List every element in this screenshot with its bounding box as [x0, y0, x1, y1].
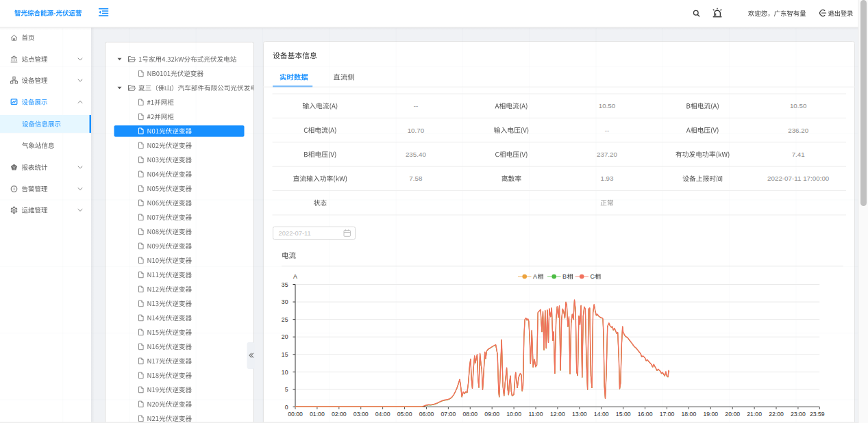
svg-text:11:00: 11:00	[528, 411, 543, 418]
svg-text:20:00: 20:00	[725, 411, 740, 418]
svg-text:20: 20	[282, 333, 288, 340]
svg-text:2022-07-11: 2022-07-11	[279, 229, 311, 237]
svg-text:7.58: 7.58	[409, 175, 423, 182]
svg-text:7.41: 7.41	[792, 151, 805, 158]
svg-text:18:00: 18:00	[682, 411, 697, 418]
svg-text:--: --	[414, 102, 419, 110]
svg-text:30: 30	[282, 298, 288, 305]
svg-text:A: A	[533, 273, 537, 280]
svg-text:B: B	[562, 273, 567, 280]
svg-text:08:00: 08:00	[462, 411, 478, 418]
svg-text:21:00: 21:00	[747, 411, 762, 418]
svg-text:25: 25	[282, 316, 288, 323]
svg-text:2022-07-11 17:00:00: 2022-07-11 17:00:00	[767, 175, 830, 182]
svg-text:235.40: 235.40	[406, 151, 427, 158]
svg-text:13:00: 13:00	[572, 411, 587, 418]
svg-text:07:00: 07:00	[441, 411, 456, 418]
svg-text:23:59: 23:59	[810, 411, 825, 418]
svg-text:15: 15	[282, 351, 288, 358]
svg-text:15:00: 15:00	[616, 411, 631, 418]
svg-text:09:00: 09:00	[484, 411, 499, 418]
svg-text:22:00: 22:00	[769, 411, 784, 418]
svg-text:10.50: 10.50	[599, 102, 616, 110]
svg-text:236.20: 236.20	[788, 127, 809, 134]
svg-text:06:00: 06:00	[419, 411, 434, 418]
svg-text:A: A	[293, 273, 297, 280]
svg-text:00:00: 00:00	[288, 411, 303, 418]
svg-text:10.70: 10.70	[408, 127, 425, 134]
svg-text:17:00: 17:00	[660, 411, 675, 418]
svg-text:1.93: 1.93	[600, 175, 614, 182]
svg-text:03:00: 03:00	[354, 411, 369, 418]
svg-text:19:00: 19:00	[703, 411, 718, 418]
svg-text:01:00: 01:00	[310, 411, 325, 418]
svg-text:02:00: 02:00	[332, 411, 347, 418]
svg-text:05:00: 05:00	[397, 411, 412, 418]
svg-text:5: 5	[285, 386, 288, 393]
svg-text:C: C	[591, 273, 595, 280]
svg-text:237.20: 237.20	[597, 151, 618, 158]
svg-text:16:00: 16:00	[638, 411, 653, 418]
svg-text:10:00: 10:00	[506, 411, 521, 418]
svg-text:10: 10	[282, 369, 288, 376]
svg-text:12:00: 12:00	[550, 411, 565, 418]
svg-text:0: 0	[285, 404, 288, 411]
svg-text:14:00: 14:00	[594, 411, 609, 418]
svg-text:35: 35	[282, 281, 288, 288]
svg-text:23:00: 23:00	[791, 411, 806, 418]
svg-text:04:00: 04:00	[375, 411, 390, 418]
svg-text:10.50: 10.50	[790, 102, 807, 110]
svg-text:--: --	[605, 127, 610, 134]
